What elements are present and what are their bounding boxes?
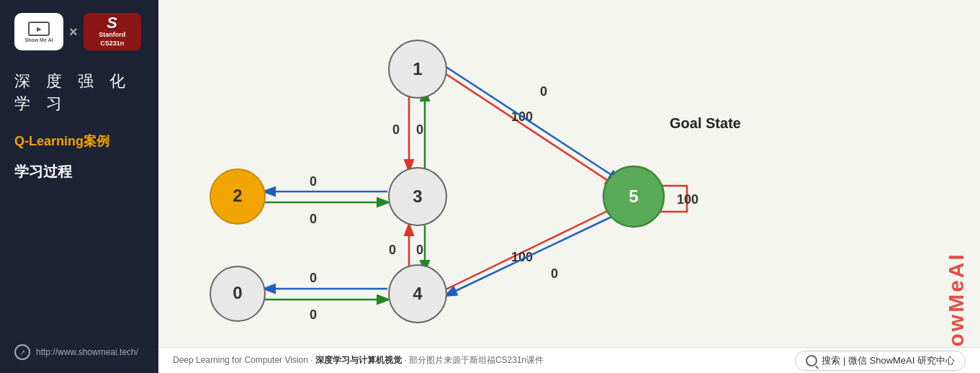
- search-box[interactable]: 搜索 | 微信 ShowMeAI 研究中心: [795, 351, 966, 371]
- showmeai-logo-text: Show Me AI: [24, 37, 53, 42]
- website-link[interactable]: http://www.showmeai.tech/: [14, 344, 144, 360]
- svg-text:0: 0: [310, 271, 317, 285]
- stanford-text: Stanford CS231n: [99, 31, 125, 48]
- svg-text:3: 3: [413, 186, 422, 206]
- svg-text:1: 1: [413, 59, 422, 78]
- svg-text:5: 5: [629, 186, 638, 206]
- rl-diagram: 0 0 100 0 0 0 0 0 100: [158, 0, 980, 373]
- search-box-text: 搜索 | 微信 ShowMeAI 研究中心: [822, 354, 955, 367]
- svg-line-18: [446, 213, 619, 295]
- svg-text:0: 0: [310, 212, 317, 226]
- svg-text:0: 0: [392, 122, 400, 137]
- website-url: http://www.showmeai.tech/: [36, 347, 138, 357]
- svg-text:Goal State: Goal State: [670, 115, 741, 131]
- svg-text:0: 0: [389, 243, 396, 257]
- svg-text:0: 0: [416, 243, 423, 257]
- search-icon: [806, 355, 817, 367]
- multiply-sign: ×: [69, 24, 78, 40]
- link-icon: [14, 344, 30, 360]
- stanford-s-letter: S: [107, 15, 117, 31]
- svg-text:0: 0: [551, 266, 558, 281]
- subtitle-qlearning: Q-Learning案例: [14, 132, 144, 150]
- footer-text: Deep Learning for Computer Vision · 深度学习…: [173, 354, 544, 367]
- page-title: 深 度 强 化 学 习: [14, 71, 144, 115]
- svg-line-16: [444, 206, 618, 290]
- showmeai-logo: Show Me AI: [14, 13, 63, 50]
- svg-text:0: 0: [540, 84, 547, 99]
- footer-bar: Deep Learning for Computer Vision · 深度学习…: [158, 347, 980, 373]
- stanford-badge: S Stanford CS231n: [84, 13, 141, 50]
- subtitle-learning: 学习过程: [14, 162, 144, 181]
- svg-text:0: 0: [233, 283, 242, 302]
- svg-text:4: 4: [413, 284, 423, 303]
- logo-area: Show Me AI × S Stanford CS231n: [14, 13, 144, 50]
- sidebar: Show Me AI × S Stanford CS231n 深 度 强 化 学…: [0, 0, 158, 373]
- svg-text:0: 0: [416, 122, 423, 137]
- svg-text:100: 100: [677, 192, 698, 207]
- monitor-icon: [28, 22, 50, 36]
- svg-text:0: 0: [310, 307, 317, 322]
- svg-text:2: 2: [233, 186, 242, 205]
- main-content: 0 0 100 0 0 0 0 0 100: [158, 0, 980, 373]
- svg-text:0: 0: [310, 174, 317, 189]
- svg-line-4: [443, 72, 616, 186]
- svg-line-6: [443, 65, 619, 180]
